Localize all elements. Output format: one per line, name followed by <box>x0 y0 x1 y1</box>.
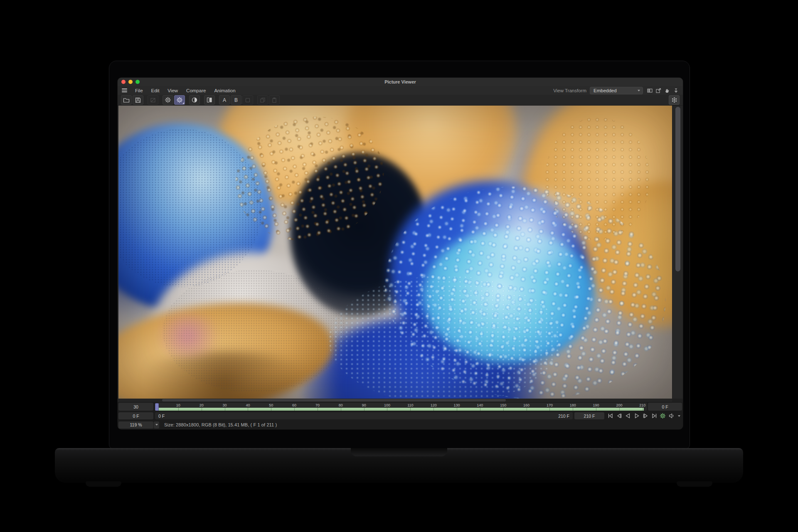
ruler-tick-label: 40 <box>246 403 250 407</box>
statusbar: 119 % Size: 2880x1800, RGB (8 Bit), 15.4… <box>118 420 683 429</box>
region-icon <box>150 97 156 103</box>
menu-view[interactable]: View <box>163 88 182 93</box>
play-backward-icon <box>625 413 631 419</box>
ruler-tick-mark <box>643 408 643 411</box>
go-to-end-button[interactable] <box>650 412 658 419</box>
pan-hand-icon[interactable] <box>665 88 670 93</box>
link-ab-button <box>242 95 253 105</box>
zoom-dropdown-button[interactable] <box>154 421 159 429</box>
pop-out-icon[interactable] <box>656 88 661 93</box>
play-forward-button[interactable] <box>633 412 640 419</box>
image-info-text: Size: 2880x1800, RGB (8 Bit), 15.41 MB, … <box>164 422 277 427</box>
contrast-icon <box>191 97 198 103</box>
ruler-tick-mark <box>457 408 457 411</box>
compare-ab-button[interactable] <box>204 95 215 105</box>
ruler-tick-mark <box>248 408 248 411</box>
go-to-end-icon <box>651 413 658 419</box>
more-options-caret[interactable] <box>678 415 680 417</box>
viewport[interactable] <box>118 106 683 399</box>
vertical-scrollbar[interactable] <box>672 106 683 399</box>
folder-icon <box>123 97 130 103</box>
view-transform-value: Embedded <box>594 88 617 93</box>
ruler-tick-mark <box>480 408 480 411</box>
ruler-tick-label: 140 <box>477 403 483 407</box>
version-b-button[interactable]: B <box>231 95 241 105</box>
titlebar[interactable]: Picture Viewer <box>118 78 683 86</box>
laptop-lid-notch <box>351 448 447 456</box>
open-folder-button[interactable] <box>121 95 132 105</box>
version-b-label: B <box>234 97 238 103</box>
toolbar: A B <box>118 95 683 106</box>
ruler-tick-label: 160 <box>523 403 530 407</box>
range-start-label: 0 F <box>158 414 165 419</box>
step-backward-button[interactable] <box>616 412 623 419</box>
horizontal-scrollbar-thumb[interactable] <box>162 399 506 401</box>
split-view-icon[interactable] <box>647 88 653 93</box>
ruler-tick-label: 100 <box>384 403 390 407</box>
histogram-button[interactable] <box>163 95 173 105</box>
compare-ab-icon <box>206 97 213 103</box>
copy-icon <box>259 97 266 103</box>
filter-button[interactable] <box>174 95 185 105</box>
framerate-field[interactable]: 30 <box>118 403 153 411</box>
menu-edit[interactable]: Edit <box>147 88 164 93</box>
audio-speaker-icon <box>668 413 675 419</box>
histogram-gear-icon <box>165 97 171 103</box>
dock-down-icon[interactable] <box>673 88 679 93</box>
timeline-range-bar[interactable] <box>155 408 644 411</box>
vertical-scrollbar-thumb[interactable] <box>675 107 680 271</box>
step-backward-icon <box>616 413 623 419</box>
horizontal-scrollbar[interactable] <box>118 399 672 402</box>
audio-button[interactable] <box>668 412 675 419</box>
ruler-tick-label: 50 <box>269 403 273 407</box>
version-a-button[interactable]: A <box>219 95 230 105</box>
ruler-tick-mark <box>573 408 573 411</box>
laptop-foot <box>677 481 712 487</box>
step-forward-button[interactable] <box>642 412 649 419</box>
play-backward-button[interactable] <box>624 412 631 419</box>
render-node-button[interactable] <box>669 95 680 105</box>
ruler-tick-mark <box>596 408 596 411</box>
timeline-ruler-row: 30 1020304050607080901001101201301401501… <box>118 402 683 411</box>
ruler-tick-mark <box>271 408 271 411</box>
ruler-tick-label: 30 <box>223 403 227 407</box>
go-to-start-icon <box>607 413 614 419</box>
ruler-right-field[interactable]: 0 F <box>648 403 682 411</box>
view-transform-dropdown[interactable]: Embedded <box>590 87 643 94</box>
laptop-foot <box>86 481 121 487</box>
ruler-tick-mark <box>410 408 411 411</box>
paste-icon <box>271 97 278 103</box>
timeline-playhead[interactable] <box>155 403 159 411</box>
chevron-down-icon <box>638 90 640 91</box>
render-node-icon <box>671 97 677 103</box>
menu-compare[interactable]: Compare <box>182 88 210 93</box>
ruler-tick-mark <box>178 408 179 411</box>
filter-gear-icon <box>176 97 183 103</box>
end-frame-field[interactable]: 210 F <box>574 412 604 419</box>
paste-button <box>269 95 280 105</box>
ruler-tick-label: 70 <box>315 403 320 407</box>
render-settings-button[interactable] <box>659 412 666 419</box>
save-button[interactable] <box>133 95 143 105</box>
desktop: Picture Viewer File Edit View Compare An… <box>0 0 798 532</box>
chevron-down-icon <box>155 424 158 426</box>
ruler-tick-label: 170 <box>547 403 553 407</box>
current-frame-field[interactable]: 0 F <box>118 412 153 419</box>
menu-animation[interactable]: Animation <box>210 88 239 93</box>
laptop-base <box>55 448 743 483</box>
zoom-level-field[interactable]: 119 % <box>118 421 153 429</box>
ruler-tick-mark <box>225 408 225 411</box>
timeline-control-row: 0 F 0 F 210 F 210 F <box>118 411 683 420</box>
timeline-ruler[interactable]: 1020304050607080901001101201301401501601… <box>155 403 647 411</box>
frame-range-slider[interactable]: 0 F 210 F <box>155 412 573 419</box>
ruler-tick-label: 120 <box>431 403 437 407</box>
go-to-start-button[interactable] <box>607 412 614 419</box>
ruler-tick-mark <box>341 408 341 411</box>
ruler-tick-label: 110 <box>407 403 413 407</box>
ruler-tick-label: 210 <box>639 403 645 407</box>
hamburger-menu-icon[interactable] <box>122 89 127 92</box>
render-art-layer <box>118 106 672 399</box>
contrast-button[interactable] <box>189 95 200 105</box>
menu-file[interactable]: File <box>131 88 147 93</box>
render-settings-gear-icon <box>660 413 666 419</box>
